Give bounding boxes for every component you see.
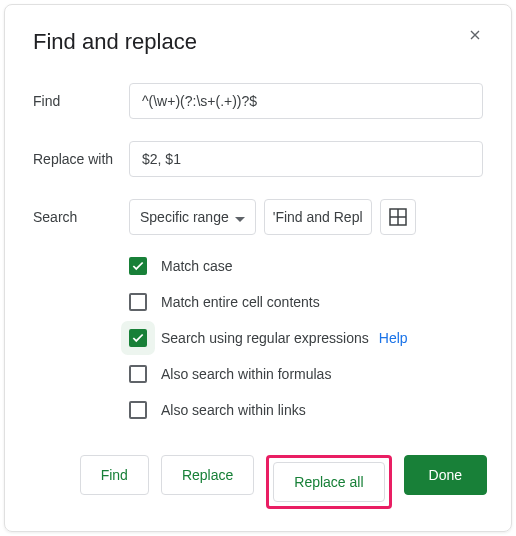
replace-input[interactable] xyxy=(129,141,483,177)
find-input[interactable] xyxy=(129,83,483,119)
formulas-checkbox[interactable] xyxy=(129,365,147,383)
search-scope-value: Specific range xyxy=(140,209,229,225)
regex-help-link[interactable]: Help xyxy=(379,330,408,346)
search-scope-dropdown[interactable]: Specific range xyxy=(129,199,256,235)
find-label: Find xyxy=(33,93,129,109)
close-button[interactable] xyxy=(467,27,487,47)
range-input[interactable] xyxy=(264,199,372,235)
button-row: Find Replace Replace all Done xyxy=(29,455,487,509)
find-button[interactable]: Find xyxy=(80,455,149,495)
match-case-label: Match case xyxy=(161,258,233,274)
done-button[interactable]: Done xyxy=(404,455,487,495)
regex-label: Search using regular expressions xyxy=(161,330,369,346)
close-icon xyxy=(467,27,483,43)
formulas-label: Also search within formulas xyxy=(161,366,331,382)
check-icon xyxy=(131,259,145,273)
find-replace-dialog: Find and replace Find Replace with Searc… xyxy=(4,4,512,532)
check-icon xyxy=(131,331,145,345)
dropdown-arrow-icon xyxy=(235,209,245,225)
select-range-button[interactable] xyxy=(380,199,416,235)
grid-icon xyxy=(389,208,407,226)
match-entire-checkbox[interactable] xyxy=(129,293,147,311)
search-label: Search xyxy=(33,209,129,225)
replace-button[interactable]: Replace xyxy=(161,455,254,495)
replace-all-button[interactable]: Replace all xyxy=(273,462,384,502)
replace-label: Replace with xyxy=(33,151,129,167)
links-checkbox[interactable] xyxy=(129,401,147,419)
links-label: Also search within links xyxy=(161,402,306,418)
options-group: Match case Match entire cell contents Se… xyxy=(129,257,483,419)
regex-checkbox[interactable] xyxy=(129,329,147,347)
match-case-checkbox[interactable] xyxy=(129,257,147,275)
replace-all-highlight: Replace all xyxy=(266,455,391,509)
match-entire-label: Match entire cell contents xyxy=(161,294,320,310)
dialog-title: Find and replace xyxy=(33,29,483,55)
